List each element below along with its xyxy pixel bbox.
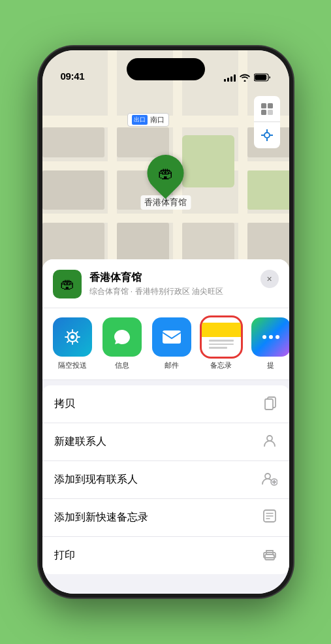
svg-rect-1 — [255, 74, 266, 80]
svg-rect-4 — [261, 110, 266, 115]
more-label: 提 — [267, 361, 274, 370]
share-item-mail[interactable]: 邮件 — [150, 317, 194, 370]
share-item-notes[interactable]: 备忘录 — [199, 317, 244, 370]
action-new-contact[interactable]: 新建联系人 — [42, 423, 289, 461]
wifi-icon — [240, 74, 250, 82]
share-item-airdrop[interactable]: 隔空投送 — [50, 317, 95, 370]
svg-point-20 — [265, 474, 270, 479]
airdrop-label: 隔空投送 — [58, 361, 87, 370]
signal-bars-icon — [224, 74, 236, 82]
notes-icon — [202, 317, 241, 357]
location-button[interactable] — [254, 122, 280, 148]
action-new-contact-label: 新建联系人 — [54, 435, 106, 449]
mail-icon — [152, 317, 191, 357]
action-print[interactable]: 打印 — [42, 537, 289, 574]
svg-rect-2 — [261, 103, 266, 108]
action-list: 拷贝 新建联系人 — [42, 385, 289, 574]
pin-emoji: 🏟 — [158, 164, 174, 182]
messages-label: 信息 — [115, 361, 129, 370]
map-label-text: 南口 — [150, 115, 165, 125]
notes-label: 备忘录 — [210, 361, 232, 370]
map-label: 出口 南口 — [127, 113, 169, 127]
svg-point-14 — [262, 335, 266, 339]
svg-point-30 — [273, 555, 274, 556]
close-button[interactable]: × — [260, 270, 279, 288]
action-copy[interactable]: 拷贝 — [42, 385, 289, 423]
share-item-more[interactable]: 提 — [249, 317, 289, 370]
airdrop-icon — [53, 317, 92, 357]
print-icon — [262, 546, 277, 565]
svg-rect-28 — [265, 555, 274, 560]
svg-point-12 — [71, 335, 74, 339]
place-header: 🏟 香港体育馆 综合体育馆 · 香港特别行政区 油尖旺区 × — [42, 259, 289, 308]
action-copy-label: 拷贝 — [54, 397, 75, 411]
share-row: 隔空投送 信息 — [42, 308, 289, 380]
status-time: 09:41 — [61, 71, 85, 82]
dynamic-island — [127, 58, 205, 80]
bottom-sheet: 🏟 香港体育馆 综合体育馆 · 香港特别行政区 油尖旺区 × — [42, 259, 289, 594]
svg-point-16 — [276, 335, 279, 339]
map-controls — [254, 96, 280, 148]
action-add-to-contact-label: 添加到现有联系人 — [54, 473, 138, 487]
copy-icon — [263, 394, 277, 413]
svg-point-6 — [264, 133, 270, 138]
svg-rect-13 — [163, 330, 181, 344]
action-quick-note-label: 添加到新快速备忘录 — [54, 511, 148, 524]
action-quick-note[interactable]: 添加到新快速备忘录 — [42, 499, 289, 537]
action-print-label: 打印 — [54, 549, 75, 562]
messages-icon — [102, 317, 142, 357]
new-contact-icon — [262, 432, 277, 451]
svg-point-15 — [269, 335, 273, 339]
phone-frame: 09:41 — [39, 46, 293, 598]
mail-label: 邮件 — [165, 361, 179, 370]
svg-rect-18 — [265, 399, 273, 410]
share-item-messages[interactable]: 信息 — [100, 317, 144, 370]
place-name: 香港体育馆 — [89, 271, 279, 285]
svg-rect-3 — [268, 103, 273, 108]
more-icon — [251, 317, 289, 357]
map-type-button[interactable] — [254, 96, 280, 122]
place-subtitle: 综合体育馆 · 香港特别行政区 油尖旺区 — [89, 286, 279, 297]
map-label-badge: 出口 — [132, 115, 148, 125]
battery-icon — [254, 73, 271, 82]
place-info: 香港体育馆 综合体育馆 · 香港特别行政区 油尖旺区 — [89, 271, 279, 297]
svg-rect-5 — [268, 110, 273, 115]
pin-circle: 🏟 — [140, 147, 191, 199]
action-add-to-contact[interactable]: 添加到现有联系人 — [42, 461, 289, 499]
add-contact-icon — [260, 470, 277, 489]
svg-point-19 — [267, 436, 272, 441]
phone-screen: 09:41 — [42, 50, 289, 594]
quick-note-icon — [262, 508, 277, 527]
location-pin: 🏟 香港体育馆 — [140, 155, 191, 210]
place-icon: 🏟 — [53, 270, 82, 298]
status-icons — [224, 73, 271, 82]
